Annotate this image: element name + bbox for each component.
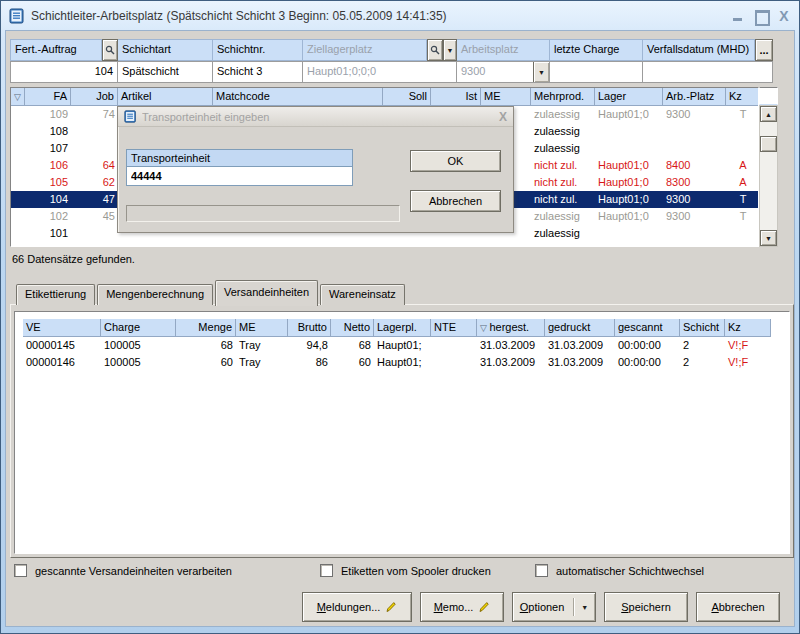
cell: zulaessig (531, 106, 595, 123)
arbeitsplatz-value: 9300 (457, 62, 533, 82)
column-header[interactable]: Brutto (288, 319, 331, 337)
column-header[interactable]: Job (71, 88, 118, 106)
transporteinheit-input[interactable] (127, 167, 352, 185)
close-icon[interactable]: X (499, 110, 507, 124)
column-header[interactable]: Lager (595, 88, 663, 106)
checkbox-icon[interactable] (535, 564, 548, 577)
transporteinheit-field: Transporteinheit (126, 149, 353, 186)
abbrechen-button[interactable]: Abbrechen (696, 592, 780, 622)
column-header[interactable]: Menge (176, 319, 236, 337)
tab-wareneinsatz[interactable]: Wareneinsatz (320, 284, 405, 305)
title-bar[interactable]: Schichtleiter-Arbeitsplatz (Spätschicht … (1, 1, 799, 30)
cell: 00:00:00 (615, 337, 680, 354)
column-header[interactable]: ME (481, 88, 531, 106)
column-header[interactable]: FA (25, 88, 71, 106)
column-header[interactable]: NTE (431, 319, 477, 337)
table-row[interactable]: 0000014610000560Tray8660Haupt01;31.03.20… (23, 354, 785, 371)
column-header[interactable]: Schicht (680, 319, 725, 337)
close-icon[interactable]: X (777, 10, 791, 22)
cell: Ba (213, 242, 383, 247)
column-header[interactable]: Matchcode (213, 88, 383, 106)
cell: 60 (176, 354, 236, 371)
maximize-icon[interactable] (754, 10, 768, 22)
cell (663, 123, 726, 140)
scroll-down-icon[interactable]: ▼ (760, 230, 777, 246)
field-label-letzte-charge: letzte Charge (550, 39, 643, 61)
app-window: Schichtleiter-Arbeitsplatz (Spätschicht … (0, 0, 800, 634)
letzte-charge-value[interactable] (550, 61, 643, 83)
cell: 2 (680, 354, 725, 371)
cell: 105 (25, 174, 71, 191)
memo-button[interactable]: Memo... (420, 592, 504, 622)
minimize-icon[interactable] (731, 10, 745, 22)
column-header[interactable]: gescannt (615, 319, 680, 337)
ziellagerplatz-value[interactable]: Haupt01;0;0;0 (303, 61, 457, 83)
column-header[interactable]: Kz (725, 319, 771, 337)
scrollbar-thumb[interactable] (760, 136, 777, 152)
cell: 109 (25, 106, 71, 123)
column-header[interactable]: VE (23, 319, 101, 337)
column-header[interactable]: Ist (431, 88, 481, 106)
schichtnr-value[interactable]: Schicht 3 (213, 61, 303, 83)
ellipsis-button[interactable]: ... (755, 39, 773, 61)
transporteinheit-dialog: Transporteinheit eingeben X Transportein… (117, 106, 514, 233)
speichern-button[interactable]: Speichern (604, 592, 688, 622)
column-header[interactable]: Lagerpl. (374, 319, 431, 337)
scroll-up-icon[interactable]: ▲ (760, 106, 777, 122)
field-label-schichtart: Schichtart (118, 39, 213, 61)
cell: 8300 (663, 174, 726, 191)
ok-button[interactable]: OK (410, 150, 501, 172)
column-header[interactable]: Charge (101, 319, 176, 337)
dropdown-button[interactable]: ▼ (443, 39, 457, 61)
cell: 150 (383, 242, 431, 247)
orders-scrollbar[interactable]: ▲ ▼ (759, 105, 778, 247)
column-header[interactable]: ▽ (11, 88, 25, 106)
schichtart-value[interactable]: Spätschicht (118, 61, 213, 83)
column-header[interactable]: Arb.-Platz (663, 88, 726, 106)
checkbox-etiketten-spooler[interactable]: Etiketten vom Spooler drucken (320, 564, 491, 577)
cell: V!;F (725, 354, 771, 371)
cell: V!;F (725, 337, 771, 354)
ve-table-header: VEChargeMengeMEBruttoNettoLagerpl.NTE▽ h… (23, 319, 771, 337)
cell: nicht zul. (531, 242, 595, 247)
arbeitsplatz-combo[interactable]: 9300 ▼ (457, 61, 550, 83)
column-header[interactable]: Kz (726, 88, 759, 106)
search-button[interactable] (427, 39, 443, 61)
optionen-button[interactable]: Optionen ▼ (512, 592, 596, 622)
cell: 64 (71, 157, 118, 174)
cell: nicht zul. (531, 191, 595, 208)
cell: 2 (680, 337, 725, 354)
table-row[interactable]: 0000014510000568Tray94,868Haupt01;31.03.… (23, 337, 785, 354)
tab-mengenberechnung[interactable]: Mengenberechnung (97, 284, 213, 305)
divider (573, 598, 574, 616)
column-header[interactable]: gedruckt (545, 319, 615, 337)
column-header[interactable]: ME (236, 319, 288, 337)
column-header[interactable]: Netto (331, 319, 374, 337)
checkbox-auto-schichtwechsel[interactable]: automatischer Schichtwechsel (535, 564, 704, 577)
meldungen-button[interactable]: Meldungen... (302, 592, 412, 622)
dropdown-button[interactable]: ▼ (533, 62, 549, 82)
tab-versandeinheiten[interactable]: Versandeinheiten (215, 280, 318, 306)
checkbox-icon[interactable] (14, 564, 27, 577)
column-header[interactable]: Soll (383, 88, 431, 106)
tab-etikettierung[interactable]: Etikettierung (16, 284, 95, 305)
fert-auftrag-value[interactable]: 104 (10, 61, 118, 83)
disabled-field (126, 205, 400, 222)
cell: 00000145 (23, 337, 101, 354)
checkbox-gescannte-ve[interactable]: gescannte Versandeinheiten verarbeiten (14, 564, 232, 577)
column-header[interactable]: ▽ hergest. (477, 319, 545, 337)
cell: Tray (236, 337, 288, 354)
cell (71, 225, 118, 242)
search-button[interactable] (102, 39, 118, 61)
ve-list-panel: VEChargeMengeMEBruttoNettoLagerpl.NTE▽ h… (14, 311, 790, 554)
verfallsdatum-value[interactable] (643, 61, 773, 83)
dialog-title-bar[interactable]: Transporteinheit eingeben X (118, 107, 513, 127)
cancel-button[interactable]: Abbrechen (410, 190, 501, 212)
column-header[interactable]: Mehrprod. (531, 88, 595, 106)
column-header[interactable]: Artikel (118, 88, 213, 106)
cell: A (726, 242, 758, 247)
table-row[interactable]: 1004347100045Ba150nicht zul.Haupt01;0875… (11, 242, 758, 247)
checkbox-icon[interactable] (320, 564, 333, 577)
ve-table-body: 0000014510000568Tray94,868Haupt01;31.03.… (23, 337, 785, 371)
cell (11, 208, 25, 225)
